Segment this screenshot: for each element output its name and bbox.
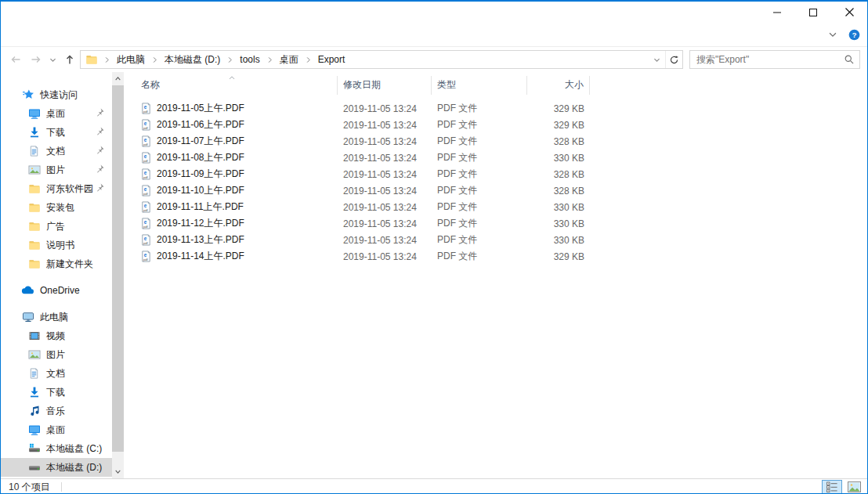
file-row[interactable]: epdf2019-11-14上午.PDF2019-11-05 13:24PDF … xyxy=(127,248,867,265)
column-header-size[interactable]: 大小 xyxy=(527,76,590,95)
folder-icon xyxy=(27,220,41,233)
file-row[interactable]: epdf2019-11-11上午.PDF2019-11-05 13:24PDF … xyxy=(127,199,867,215)
sidebar-item[interactable]: OneDrive xyxy=(1,281,112,300)
sidebar-item[interactable]: 下载 xyxy=(1,383,112,402)
file-date: 2019-11-05 13:24 xyxy=(338,186,432,197)
sidebar-item[interactable]: 文档 xyxy=(1,142,112,160)
pdf-file-icon: epdf xyxy=(140,135,152,147)
maximize-button[interactable] xyxy=(795,2,831,23)
sidebar-item[interactable]: 文档 xyxy=(1,364,112,383)
sidebar-item-label: 图片 xyxy=(46,164,65,177)
file-type: PDF 文件 xyxy=(432,200,527,214)
svg-text:pdf: pdf xyxy=(143,225,149,229)
scrollbar-thumb[interactable] xyxy=(112,85,124,452)
sidebar-item[interactable]: 音乐 xyxy=(1,402,112,420)
file-name-cell: epdf2019-11-08上午.PDF xyxy=(127,151,338,164)
recent-locations-button[interactable] xyxy=(46,49,60,70)
file-name-cell: epdf2019-11-07上午.PDF xyxy=(127,135,338,148)
file-type: PDF 文件 xyxy=(432,168,527,181)
picture-icon xyxy=(27,164,41,176)
sidebar-item[interactable]: 图片 xyxy=(1,345,112,364)
file-name: 2019-11-06上午.PDF xyxy=(157,118,244,132)
sidebar-item[interactable]: 本地磁盘 (D:) xyxy=(1,458,112,477)
file-row[interactable]: epdf2019-11-12上午.PDF2019-11-05 13:24PDF … xyxy=(127,215,867,232)
search-input[interactable] xyxy=(690,51,839,68)
up-button[interactable] xyxy=(60,49,80,70)
address-dropdown-button[interactable] xyxy=(649,51,665,68)
close-button[interactable] xyxy=(831,2,867,23)
back-button[interactable] xyxy=(5,49,26,70)
ribbon-expand-button[interactable] xyxy=(827,29,838,40)
sidebar-item-label: 文档 xyxy=(46,367,65,380)
navigation-bar: 此电脑本地磁盘 (D:)tools桌面Export xyxy=(1,47,867,72)
sidebar-item[interactable]: 广告 xyxy=(1,217,112,236)
file-row[interactable]: epdf2019-11-06上午.PDF2019-11-05 13:24PDF … xyxy=(127,117,867,133)
file-row[interactable]: epdf2019-11-09上午.PDF2019-11-05 13:24PDF … xyxy=(127,166,867,182)
quick-access-icon xyxy=(21,88,34,101)
drive-d-icon xyxy=(27,461,41,474)
svg-text:e: e xyxy=(144,137,147,142)
file-type: PDF 文件 xyxy=(432,184,527,197)
onedrive-icon xyxy=(21,284,34,297)
breadcrumb-segment[interactable]: 桌面 xyxy=(275,51,303,68)
details-view-button[interactable] xyxy=(822,480,842,494)
sidebar-item[interactable]: 此电脑 xyxy=(1,308,112,326)
document-icon xyxy=(27,145,41,157)
sidebar-item[interactable]: 下载 xyxy=(1,123,112,142)
chevron-down-icon xyxy=(827,29,838,40)
scroll-down-icon xyxy=(114,468,121,475)
sidebar-scrollbar[interactable] xyxy=(112,72,124,478)
sidebar-item[interactable]: 本地磁盘 (C:) xyxy=(1,439,112,458)
file-name: 2019-11-05上午.PDF xyxy=(157,102,244,115)
thumbnails-view-button[interactable] xyxy=(844,480,864,494)
sidebar: 快速访问桌面下载文档图片河东软件园安装包广告说明书新建文件夹OneDrive此电… xyxy=(1,72,112,478)
forward-button[interactable] xyxy=(26,49,46,70)
address-bar[interactable]: 此电脑本地磁盘 (D:)tools桌面Export xyxy=(80,50,683,69)
file-size: 328 KB xyxy=(527,169,590,180)
file-row[interactable]: epdf2019-11-10上午.PDF2019-11-05 13:24PDF … xyxy=(127,182,867,199)
pdf-file-icon: epdf xyxy=(140,185,152,197)
refresh-button[interactable] xyxy=(665,51,682,68)
folder-icon xyxy=(27,182,41,195)
column-header-date[interactable]: 修改日期 xyxy=(338,76,432,95)
sidebar-item[interactable]: 河东软件园 xyxy=(1,179,112,198)
sidebar-item-label: 安装包 xyxy=(46,201,74,215)
sidebar-item[interactable]: 视频 xyxy=(1,326,112,345)
sidebar-item[interactable]: 图片 xyxy=(1,160,112,179)
sidebar-item-label: 本地磁盘 (D:) xyxy=(46,461,102,474)
scroll-up-button[interactable] xyxy=(112,72,124,85)
sidebar-item-label: 此电脑 xyxy=(40,311,68,324)
file-row[interactable]: epdf2019-11-08上午.PDF2019-11-05 13:24PDF … xyxy=(127,150,867,166)
sidebar-item-label: 图片 xyxy=(46,348,65,362)
file-row[interactable]: epdf2019-11-13上午.PDF2019-11-05 13:24PDF … xyxy=(127,232,867,248)
pin-icon xyxy=(95,126,105,136)
sidebar-item-label: 说明书 xyxy=(46,239,74,252)
breadcrumb-segment[interactable]: 此电脑 xyxy=(112,51,150,68)
breadcrumb-segment[interactable]: tools xyxy=(235,51,264,68)
minimize-button[interactable] xyxy=(759,2,795,23)
breadcrumb-segment[interactable]: Export xyxy=(313,51,350,68)
folder-icon xyxy=(27,239,41,251)
title-bar xyxy=(1,2,867,23)
column-header-type[interactable]: 类型 xyxy=(432,76,527,95)
sidebar-item[interactable]: 桌面 xyxy=(1,420,112,439)
file-date: 2019-11-05 13:24 xyxy=(338,235,432,246)
help-button[interactable]: ? xyxy=(848,29,860,41)
sidebar-item[interactable]: 新建文件夹 xyxy=(1,254,112,273)
document-icon xyxy=(27,367,41,380)
view-switcher xyxy=(822,479,864,494)
sidebar-item-label: 文档 xyxy=(46,145,65,158)
sidebar-item[interactable]: 安装包 xyxy=(1,198,112,217)
file-row[interactable]: epdf2019-11-05上午.PDF2019-11-05 13:24PDF … xyxy=(127,100,867,117)
sidebar-item[interactable]: 快速访问 xyxy=(1,85,112,104)
sidebar-item[interactable]: 桌面 xyxy=(1,104,112,123)
sidebar-item-label: 下载 xyxy=(46,386,65,399)
file-row[interactable]: epdf2019-11-07上午.PDF2019-11-05 13:24PDF … xyxy=(127,133,867,150)
scroll-down-button[interactable] xyxy=(112,465,124,478)
pdf-file-icon: epdf xyxy=(140,201,152,213)
file-type: PDF 文件 xyxy=(432,102,527,115)
arrow-right-icon xyxy=(30,53,42,66)
sidebar-item[interactable]: 说明书 xyxy=(1,236,112,254)
breadcrumb-segment[interactable]: 本地磁盘 (D:) xyxy=(160,51,225,68)
file-name-cell: epdf2019-11-11上午.PDF xyxy=(127,200,338,214)
